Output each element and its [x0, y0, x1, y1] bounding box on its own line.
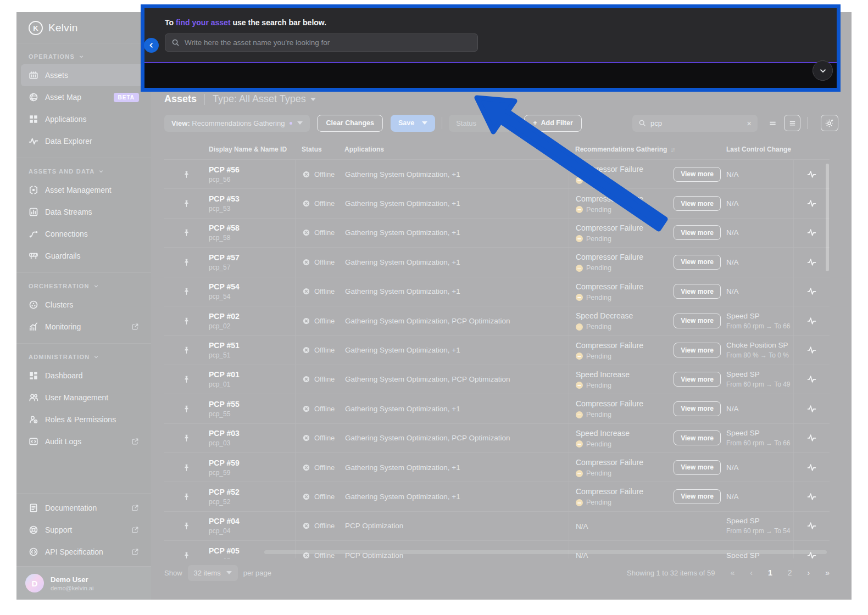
tutorial-panel: To find your asset use the search bar be… [141, 4, 841, 92]
app-window: K Kelvin OPERATIONS Assets Asset Map BET… [16, 12, 852, 600]
asset-search-input[interactable]: Write here the asset name you're looking… [165, 33, 478, 52]
panel-bottom-strip [144, 63, 837, 88]
find-your-asset-link[interactable]: find your asset [176, 18, 231, 27]
search-placeholder: Write here the asset name you're looking… [185, 38, 330, 47]
page: K Kelvin OPERATIONS Assets Asset Map BET… [0, 0, 868, 615]
collapse-panel-button[interactable] [144, 38, 159, 53]
chevron-down-icon [819, 67, 827, 75]
expand-panel-button[interactable] [813, 60, 833, 81]
tutorial-content: To find your asset use the search bar be… [144, 8, 837, 62]
search-icon [171, 38, 180, 47]
tutorial-message: To find your asset use the search bar be… [165, 18, 837, 27]
dim-overlay [16, 12, 852, 600]
chevron-left-icon [148, 42, 154, 48]
